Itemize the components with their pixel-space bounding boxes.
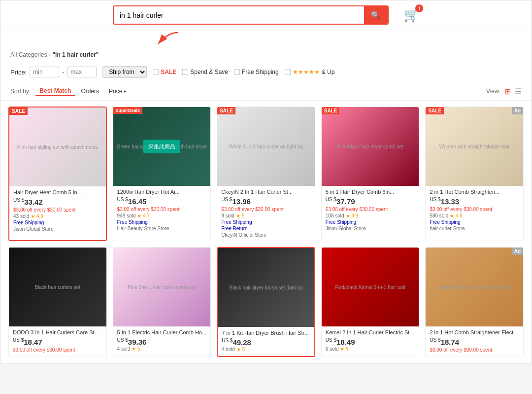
- view-toggle: View: ⊞ ☰: [486, 87, 522, 96]
- product-currency: US $: [117, 337, 128, 343]
- product-image: Black hair curlers set: [9, 248, 106, 326]
- product-currency: US $: [13, 337, 24, 343]
- product-rating: ★ 5: [236, 347, 245, 352]
- product-info: 1200w Hair Dryer Hot Ai... US $16.45 $3.…: [113, 186, 211, 234]
- price-dash: -: [62, 69, 64, 75]
- product-shipping: Free Shipping: [221, 219, 311, 225]
- product-info: 2 in 1 Hot Comb Straighten... US $13.33 …: [426, 186, 523, 234]
- product-card[interactable]: Ad Gold/black hot comb straightener 2 in…: [425, 247, 524, 357]
- sale-badge: SALE: [426, 107, 444, 114]
- product-sold: 108 sold: [326, 213, 344, 218]
- product-rating: ★ 4.9: [346, 213, 359, 218]
- product-title: 5 In 1 Electric Hair Curler Comb Ho...: [117, 329, 207, 335]
- product-sold-rating: 4 sold ★ 5: [222, 347, 310, 352]
- product-card[interactable]: Pink 5-in-1 hair curler comb set 5 In 1 …: [113, 247, 211, 357]
- product-card[interactable]: Black hair curlers set DODO 3 In 1 Hair …: [8, 247, 107, 357]
- product-card[interactable]: SALE White 2-in-1 hair curler on light b…: [217, 107, 315, 241]
- product-store: Hair Beauty Store Store: [117, 226, 207, 231]
- product-rating: ★ 4.9: [31, 214, 43, 219]
- product-price: US $16.45: [117, 197, 207, 206]
- rating-label: & Up: [322, 69, 335, 75]
- product-card[interactable]: Black hair dryer brush set dark bg 7 in …: [217, 247, 315, 357]
- free-shipping-label: Free Shipping: [242, 69, 279, 75]
- product-grid: SALE Pink hair styling set with attachme…: [0, 101, 532, 363]
- product-price: US $39.36: [117, 337, 207, 346]
- sale-label: SALE: [161, 69, 176, 75]
- product-image: SALEAd Woman with straight blonde hair: [426, 107, 523, 186]
- superdeals-badge: SuperDeals: [113, 107, 143, 114]
- price-filter: Price: -: [10, 67, 97, 77]
- spend-save-label: Spend & Save: [190, 69, 228, 75]
- product-sold-rating: 4 sold ★ 5: [117, 346, 207, 352]
- sale-checkbox[interactable]: SALE: [153, 69, 176, 75]
- product-card[interactable]: SuperDeals 采集此商品 Green background woman …: [113, 107, 211, 241]
- product-currency: US $: [221, 197, 232, 202]
- search-button[interactable]: 🔍: [364, 6, 388, 24]
- cart-button[interactable]: 🛒 1: [403, 7, 419, 23]
- product-currency: US $: [326, 197, 336, 202]
- search-icon: 🔍: [371, 11, 381, 19]
- sort-bar: Sort by: Best Match Orders Price View: ⊞…: [0, 82, 532, 101]
- product-sold-rating: 43 sold ★ 4.9: [13, 214, 102, 219]
- sale-badge: SALE: [217, 107, 235, 114]
- product-sold: 6 sold: [326, 346, 339, 352]
- product-price: US $13.96: [221, 197, 311, 206]
- product-sold: 9 sold: [221, 213, 234, 218]
- product-info: Hair Dryer Heat Comb 5 in ... US $33.42 …: [9, 186, 106, 235]
- product-rating: ★ 5: [132, 346, 140, 352]
- product-image: Ad Gold/black hot comb straightener: [426, 248, 523, 326]
- price-label: Price:: [10, 69, 27, 76]
- product-card[interactable]: Red/black Kemei 2-in-1 hair tool Kemei 2…: [321, 247, 420, 357]
- view-label: View:: [486, 88, 500, 95]
- product-rating: ★ 4.8: [450, 213, 463, 218]
- product-info: 5 in 1 Hair Dryer Comb 6in... US $37.79 …: [322, 186, 419, 234]
- product-info: 7 in 1 Kit Hair Dryer Brush Hair Str... …: [218, 327, 314, 355]
- product-rating: ★ 4.7: [137, 213, 150, 218]
- price-min-input[interactable]: [30, 67, 59, 77]
- rating-filter[interactable]: ★★★★★ & Up: [285, 69, 335, 75]
- product-sold-rating: 108 sold ★ 4.9: [326, 213, 415, 218]
- search-bar: 🔍: [113, 5, 389, 25]
- breadcrumb-current: "in 1 hair curler": [52, 51, 99, 58]
- sale-badge: SALE: [9, 107, 28, 115]
- product-image: SALE White 2-in-1 hair curler on light b…: [217, 107, 315, 186]
- product-card[interactable]: SALE Pink hair styling set with attachme…: [8, 107, 107, 241]
- product-store: Jison Global Store: [13, 226, 102, 232]
- product-title: 2 in 1 Hot Comb Straighten...: [430, 189, 519, 195]
- product-sold: 948 sold: [117, 213, 136, 218]
- grid-view-button[interactable]: ⊞: [504, 87, 511, 96]
- sort-best-match[interactable]: Best Match: [35, 86, 75, 96]
- ship-from-select[interactable]: Ship from: [102, 66, 147, 78]
- product-image: Pink 5-in-1 hair curler comb set: [113, 248, 211, 326]
- product-price: US $18.47: [13, 337, 102, 346]
- product-image: Black hair dryer brush set dark bg: [218, 248, 314, 327]
- sort-orders[interactable]: Orders: [77, 87, 103, 96]
- product-image: SuperDeals 采集此商品 Green background woman …: [113, 107, 211, 186]
- product-card[interactable]: SALEAd Woman with straight blonde hair 2…: [425, 107, 524, 241]
- search-input[interactable]: [114, 7, 364, 23]
- product-price: US $49.28: [222, 338, 310, 347]
- product-title: 5 in 1 Hair Dryer Comb 6in...: [326, 189, 415, 195]
- product-sold-rating: 6 sold ★ 5: [326, 346, 415, 352]
- list-view-button[interactable]: ☰: [515, 87, 522, 96]
- free-shipping-checkbox[interactable]: Free Shipping: [234, 69, 279, 75]
- product-image: SALE Pink hair styling set with attachme…: [9, 107, 106, 186]
- sort-options: Sort by: Best Match Orders Price: [10, 86, 130, 96]
- sort-price[interactable]: Price: [105, 87, 130, 96]
- spend-save-checkbox[interactable]: Spend & Save: [182, 69, 228, 75]
- product-currency: US $: [326, 337, 336, 343]
- product-card[interactable]: SALE Pink/black hair dryer comb set 5 in…: [321, 107, 420, 241]
- price-max-input[interactable]: [67, 67, 97, 77]
- product-sold: 43 sold: [13, 214, 29, 219]
- product-discount: $3.00 off every $30.00 spent: [221, 207, 311, 212]
- product-sold-rating: 948 sold ★ 4.7: [117, 213, 207, 218]
- product-currency: US $: [430, 197, 440, 202]
- product-title: Kemei 2 In 1 Hair Curler Electric St...: [326, 329, 415, 335]
- product-info: DODO 3 In 1 Hair Curlers Care Styl... US…: [9, 326, 106, 357]
- product-shipping: Free Shipping: [430, 219, 519, 225]
- ad-badge: Ad: [512, 107, 523, 114]
- product-info: Kemei 2 In 1 Hair Curler Electric St... …: [322, 326, 419, 355]
- product-info: 5 In 1 Electric Hair Curler Comb Ho... U…: [113, 326, 211, 355]
- breadcrumb-root[interactable]: All Categories: [10, 51, 47, 58]
- product-price: US $33.42: [13, 197, 102, 206]
